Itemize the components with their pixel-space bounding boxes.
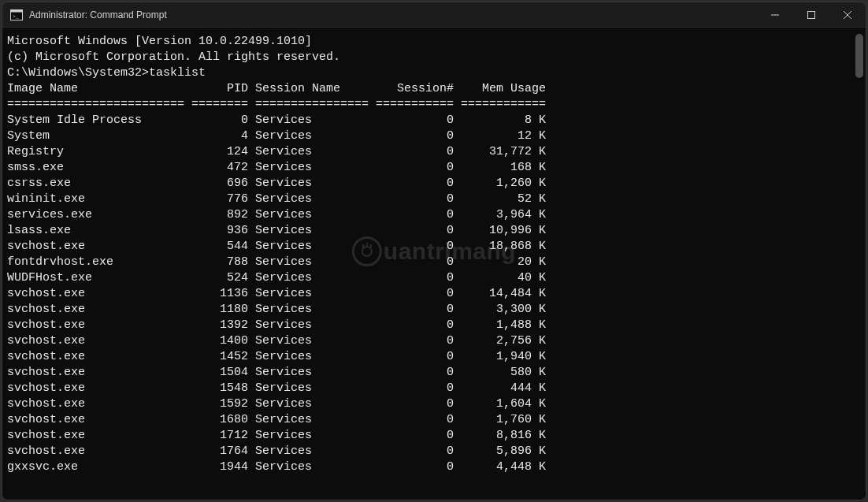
tasklist-row: lsass.exe 936 Services 0 10,996 K (7, 223, 861, 239)
tasklist-row: svchost.exe 1592 Services 0 1,604 K (7, 396, 861, 412)
tasklist-row: svchost.exe 1712 Services 0 8,816 K (7, 428, 861, 444)
tasklist-row: gxxsvc.exe 1944 Services 0 4,448 K (7, 459, 861, 475)
tasklist-row: System Idle Process 0 Services 0 8 K (7, 113, 861, 128)
tasklist-separator: ========================= ======== =====… (7, 97, 861, 113)
tasklist-row: svchost.exe 1680 Services 0 1,760 K (7, 412, 861, 428)
svg-rect-1 (11, 9, 23, 12)
prompt-line: C:\Windows\System32>tasklist (7, 65, 861, 81)
tasklist-row: svchost.exe 1136 Services 0 14,484 K (7, 286, 861, 302)
tasklist-row: svchost.exe 1180 Services 0 3,300 K (7, 302, 861, 318)
tasklist-header: Image Name PID Session Name Session# Mem… (7, 81, 861, 97)
terminal-output[interactable]: Microsoft Windows [Version 10.0.22499.10… (2, 28, 866, 500)
tasklist-row: svchost.exe 1764 Services 0 5,896 K (7, 444, 861, 459)
tasklist-row: System 4 Services 0 12 K (7, 128, 861, 144)
cmd-icon: >_ (10, 9, 23, 21)
svg-text:>_: >_ (13, 13, 19, 20)
tasklist-row: Registry 124 Services 0 31,772 K (7, 144, 861, 160)
titlebar[interactable]: >_ Administrator: Command Prompt (2, 2, 866, 28)
window-title: Administrator: Command Prompt (29, 9, 167, 20)
svg-rect-4 (808, 11, 815, 18)
tasklist-row: svchost.exe 1392 Services 0 1,488 K (7, 318, 861, 333)
minimize-button[interactable] (757, 2, 793, 28)
tasklist-row: svchost.exe 544 Services 0 18,868 K (7, 239, 861, 255)
maximize-button[interactable] (793, 2, 829, 28)
tasklist-row: smss.exe 472 Services 0 168 K (7, 160, 861, 176)
tasklist-row: wininit.exe 776 Services 0 52 K (7, 192, 861, 207)
tasklist-row: WUDFHost.exe 524 Services 0 40 K (7, 270, 861, 286)
banner-line-version: Microsoft Windows [Version 10.0.22499.10… (7, 34, 861, 50)
tasklist-row: services.exe 892 Services 0 3,964 K (7, 207, 861, 223)
tasklist-row: svchost.exe 1548 Services 0 444 K (7, 381, 861, 396)
close-button[interactable] (829, 2, 866, 28)
tasklist-row: csrss.exe 696 Services 0 1,260 K (7, 176, 861, 192)
tasklist-row: svchost.exe 1452 Services 0 1,940 K (7, 349, 861, 365)
tasklist-row: svchost.exe 1400 Services 0 2,756 K (7, 333, 861, 349)
banner-line-copyright: (c) Microsoft Corporation. All rights re… (7, 50, 861, 65)
cmd-window: >_ Administrator: Command Prompt Microso… (2, 2, 866, 500)
tasklist-row: svchost.exe 1504 Services 0 580 K (7, 365, 861, 381)
tasklist-row: fontdrvhost.exe 788 Services 0 20 K (7, 255, 861, 270)
vertical-scrollbar-thumb[interactable] (855, 34, 863, 78)
